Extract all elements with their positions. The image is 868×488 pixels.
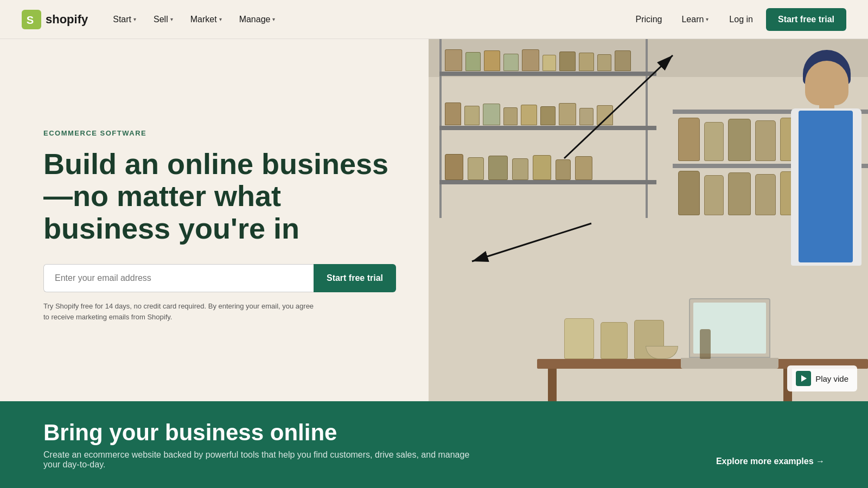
bottom-heading: Bring your business online [43,420,825,446]
table-leg-left [548,369,557,401]
bottle [700,329,711,359]
hero-form: Start free trial [43,264,396,292]
explore-examples-link[interactable]: Explore more examples → [716,457,825,466]
hero-image: Play vide [429,39,868,401]
hero-section: ECOMMERCE SOFTWARE Build an online busin… [0,39,868,401]
nav-learn[interactable]: Learn ▾ [674,10,716,29]
hero-disclaimer: Try Shopify free for 14 days, no credit … [43,301,315,322]
hero-eyebrow: ECOMMERCE SOFTWARE [43,129,396,137]
navbar: S shopify Start ▾ Sell ▾ Market ▾ Manage… [0,0,868,39]
face [805,61,848,105]
nav-login[interactable]: Log in [720,10,762,29]
nav-sell[interactable]: Sell ▾ [146,10,181,29]
store-background: Play vide [429,39,868,401]
shelf-unit [439,39,656,218]
bottom-subtext: Create an ecommerce website backed by po… [43,450,477,470]
email-input[interactable] [43,264,314,292]
nav-right: Pricing Learn ▾ Log in Start free trial [628,8,846,31]
nav-market[interactable]: Market ▾ [183,10,229,29]
play-icon-box [796,371,811,386]
apron [799,111,853,262]
bottom-section: Bring your business online Create an eco… [0,401,868,488]
logo-text: shopify [46,12,88,27]
chevron-down-icon: ▾ [706,16,709,22]
svg-text:S: S [27,14,34,25]
nav-start-free-trial-button[interactable]: Start free trial [766,8,846,31]
hero-left: ECOMMERCE SOFTWARE Build an online busin… [0,39,429,401]
nav-links: Start ▾ Sell ▾ Market ▾ Manage ▾ [105,10,628,29]
logo[interactable]: S shopify [22,10,88,29]
chevron-down-icon: ▾ [219,16,222,22]
hero-start-free-trial-button[interactable]: Start free trial [314,264,396,292]
chevron-down-icon: ▾ [272,16,275,22]
chevron-down-icon: ▾ [133,16,136,22]
shopify-logo-icon: S [22,10,41,29]
nav-manage[interactable]: Manage ▾ [232,10,283,29]
bottom-content: Bring your business online Create an eco… [0,401,868,488]
play-video-label: Play vide [815,374,848,383]
nav-start[interactable]: Start ▾ [105,10,144,29]
play-icon [801,375,807,382]
hero-heading: Build an online business—no matter what … [43,148,396,245]
laptop-base [681,358,778,369]
play-video-button[interactable]: Play vide [787,365,857,391]
chevron-down-icon: ▾ [170,16,173,22]
nav-pricing[interactable]: Pricing [628,10,670,29]
